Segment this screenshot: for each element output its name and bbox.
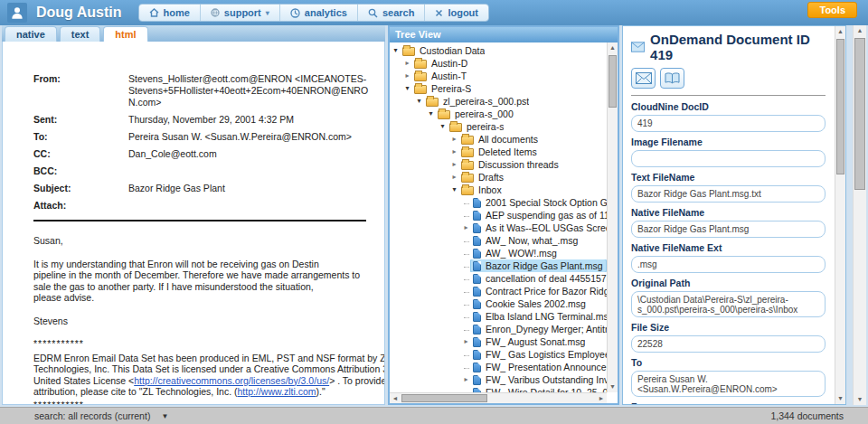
tree-node[interactable]: Contract Price for Bazor Ridge E [391,285,607,297]
tree-node[interactable]: zl_pereira-s_000.pst [391,95,607,108]
scroll-down-icon[interactable]: ▼ [854,394,866,405]
view-pages-button[interactable] [660,68,684,89]
tree-node[interactable]: Deleted Items [391,146,607,158]
tree-node-box[interactable]: Discussion threads [459,158,561,171]
tree-node-box[interactable]: Pereira-S [412,82,474,95]
view-message-button[interactable] [631,68,656,89]
expander-icon[interactable] [449,133,459,146]
expander-icon[interactable] [461,386,471,392]
nav-home[interactable]: home [139,5,201,21]
scroll-thumb[interactable] [836,39,844,174]
tree-node-box[interactable]: 2001 Special Stock Option Gran [471,196,607,209]
scroll-thumb[interactable] [401,394,487,402]
tree-node[interactable]: FW_ Varibus Outstanding Invoic [391,373,607,386]
tree-node[interactable]: Drafts [391,171,607,184]
expander-icon[interactable] [461,323,471,335]
expander-icon[interactable] [414,95,424,108]
expander-icon[interactable] [461,247,471,259]
scroll-up-icon[interactable]: ▲ [835,26,845,37]
tree-node[interactable]: Custodian Data [391,44,607,57]
expander-icon[interactable] [461,259,471,272]
field-value-input[interactable]: \Custodian Data\Pereira-S\zl_pereira-s_0… [631,291,826,317]
tree-node[interactable]: Elba Island LNG Terminal.msg [391,310,607,323]
expander-icon[interactable] [461,361,471,373]
tree-node-box[interactable]: Austin-D [412,57,470,70]
tree-node[interactable]: Bazor Ridge Gas Plant.msg [391,259,607,272]
tree-node-box[interactable]: FW_ Varibus Outstanding Invoic [471,373,607,386]
expander-icon[interactable] [391,44,401,57]
tree-node-box[interactable]: Elba Island LNG Terminal.msg [471,310,607,323]
field-value-input[interactable]: Bazor Ridge Gas Plant.msg.txt [631,185,826,203]
tree-node[interactable]: FW_ Presentation Announcemen [391,361,607,373]
tree-node[interactable]: All documents [391,133,607,146]
creativecommons-link[interactable]: http://creativecommons.org/licenses/by/3… [134,375,329,386]
tree-node[interactable]: cancellation of deal 4455157355 [391,272,607,285]
detail-vertical-scrollbar[interactable]: ▲ ▼ [835,26,845,404]
tree-vertical-scrollbar[interactable]: ▲ ▼ [607,42,618,392]
tree-node[interactable]: Austin-D [391,57,607,70]
expander-icon[interactable] [461,310,471,323]
tree-node-box[interactable]: Inbox [459,184,505,196]
tab-html[interactable]: html [103,26,147,42]
user-avatar[interactable] [7,3,27,23]
tree-horizontal-scrollbar[interactable]: ◄ ► [390,392,607,403]
scroll-up-icon[interactable]: ▲ [854,25,866,36]
tree-node[interactable]: pereira-s [391,120,607,133]
nav-search[interactable]: search [358,5,425,21]
search-scope[interactable]: search: all records (current) [34,410,150,421]
field-value-input[interactable]: Pereira Susan W. <Susan.W.Pereira@ENRON.… [631,371,826,397]
expander-icon[interactable] [461,297,471,310]
tree-node-box[interactable]: AEP suspending gas as of 11_25 [471,209,607,221]
tree-node[interactable]: Discussion threads [391,158,607,171]
tree-node[interactable]: FW_ Gas Logistics Employee Me [391,348,607,361]
tree-node[interactable]: pereira-s_000 [391,108,607,120]
expander-icon[interactable] [449,146,459,158]
tab-text[interactable]: text [60,26,101,42]
expander-icon[interactable] [461,234,471,247]
tree-node-box[interactable]: zl_pereira-s_000.pst [424,95,532,108]
tree-node-box[interactable]: Austin-T [412,70,469,82]
tree-node-box[interactable]: Drafts [459,171,506,184]
tree-node-box[interactable]: FW_ Gas Logistics Employee Me [471,348,607,361]
tree-node-box[interactable]: FW_ Presentation Announcemen [471,361,607,373]
scroll-right-icon[interactable]: ► [596,393,607,404]
expander-icon[interactable] [461,196,471,209]
tools-button[interactable]: Tools [807,2,857,18]
expander-icon[interactable] [461,335,471,348]
tree-node[interactable]: As it Was--EOL USGas Screen C [391,221,607,234]
tree-node-box[interactable]: pereira-s [448,120,506,133]
tree-node-box[interactable]: pereira-s_000 [436,108,516,120]
tree-node[interactable]: Pereira-S [391,82,607,95]
tree-node[interactable]: Enron_Dynegy Merger; Antitrus [391,323,607,335]
expander-icon[interactable] [461,209,471,221]
scroll-thumb[interactable] [854,38,865,190]
tree-node-box[interactable]: FW_ Wire Detail for 10_25_01 w [471,386,607,392]
field-value-input[interactable]: 419 [631,115,826,132]
tree-node-box[interactable]: Contract Price for Bazor Ridge E [471,285,607,297]
tree-node-box[interactable]: Enron_Dynegy Merger; Antitrus [471,323,607,335]
expander-icon[interactable] [449,171,459,184]
tree-node[interactable]: FW_ Wire Detail for 10_25_01 w [391,386,607,392]
tree-node[interactable]: AW_ WOW!.msg [391,247,607,259]
field-value-input[interactable] [631,150,826,167]
tree-node[interactable]: AW_ Now, what_.msg [391,234,607,247]
expander-icon[interactable] [402,70,412,82]
tree-node[interactable]: FW_ August Sonat.msg [391,335,607,348]
tree-node-box[interactable]: Bazor Ridge Gas Plant.msg [471,259,606,272]
field-value-input[interactable]: Bazor Ridge Gas Plant.msg [631,221,826,238]
tree-node[interactable]: AEP suspending gas as of 11_25 [391,209,607,221]
expander-icon[interactable] [449,184,459,196]
nav-support[interactable]: support ▾ [201,5,280,21]
tree-node-box[interactable]: As it Was--EOL USGas Screen C [471,221,607,234]
expander-icon[interactable] [449,158,459,171]
expander-icon[interactable] [461,285,471,297]
scroll-left-icon[interactable]: ◄ [390,393,401,404]
tree-node[interactable]: Inbox [391,184,607,196]
tree-node-box[interactable]: Deleted Items [459,146,540,158]
search-scope-caret-icon[interactable]: ▼ [161,412,168,420]
nav-logout[interactable]: logout [425,5,488,21]
scroll-thumb[interactable] [609,55,617,108]
tree-node-box[interactable]: Cookie Sales 2002.msg [471,297,589,310]
tree-node-box[interactable]: All documents [459,133,541,146]
tree-node-box[interactable]: Custodian Data [401,44,487,57]
